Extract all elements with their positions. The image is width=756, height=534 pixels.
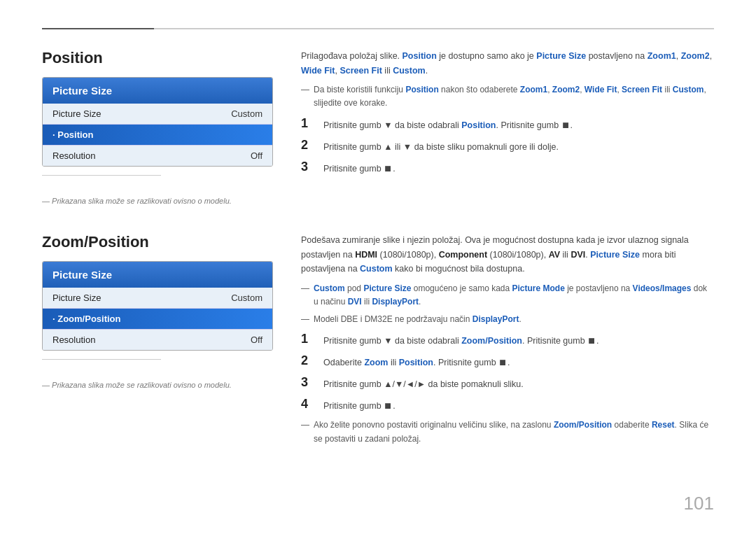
zoom-picture-size-label: Picture Size <box>52 293 101 303</box>
step1-item: 1 Pritisnite gumb ▼ da biste odabrali Po… <box>301 116 714 132</box>
zoom-position-left-panel: Zoom/Position Picture Size Picture Size … <box>42 233 273 450</box>
section1-footnote: ― Prikazana slika može se razlikovati ov… <box>42 197 273 205</box>
section2-note1: ― Custom pod Picture Size omogućeno je s… <box>301 282 714 309</box>
zoom-position-label: · Zoom/Position <box>52 314 121 324</box>
zoom-position-right-panel: Podešava zumiranje slike i njezin položa… <box>301 233 714 450</box>
divider2 <box>42 359 161 360</box>
section2-intro: Podešava zumiranje slike i njezin položa… <box>301 233 714 276</box>
section1-title: Position <box>42 49 273 67</box>
zoom-step1-item: 1 Pritisnite gumb ▼ da biste odabrali Zo… <box>301 332 714 348</box>
position-right-panel: Prilagođava položaj slike. Position je d… <box>301 49 714 205</box>
picture-size-label: Picture Size <box>52 108 101 119</box>
menu-row-picture-size[interactable]: Picture Size Custom <box>43 104 272 125</box>
step2-item: 2 Pritisnite gumb ▲ ili ▼ da biste sliku… <box>301 138 714 154</box>
section2-title: Zoom/Position <box>42 233 273 251</box>
divider1 <box>42 175 161 176</box>
zoom-resolution-label: Resolution <box>52 335 95 345</box>
zoom-step2-item: 2 Odaberite Zoom ili Position. Pritisnit… <box>301 353 714 370</box>
section2-note2: ― Modeli DBE i DM32E ne podržavaju način… <box>301 313 714 326</box>
position-label: · Position <box>52 129 94 140</box>
section1-note: ― Da biste koristili funkciju Position n… <box>301 83 714 110</box>
position-left-panel: Position Picture Size Picture Size Custo… <box>42 49 273 205</box>
zoom-position-menu-header: Picture Size <box>43 262 272 288</box>
zoom-menu-row-picture-size[interactable]: Picture Size Custom <box>43 288 272 309</box>
top-divider <box>42 28 714 29</box>
picture-size-value: Custom <box>231 108 262 119</box>
menu-row-position-active[interactable]: · Position <box>43 125 272 146</box>
zoom-resolution-value: Off <box>251 335 262 345</box>
zoom-position-menu-box: Picture Size Picture Size Custom · Zoom/… <box>42 261 273 351</box>
position-menu-header: Picture Size <box>43 78 272 104</box>
page-number: 101 <box>684 493 714 514</box>
resolution-label: Resolution <box>52 150 95 161</box>
step3-item: 3 Pritisnite gumb ⏹. <box>301 160 714 176</box>
section-zoom-position: Zoom/Position Picture Size Picture Size … <box>42 233 714 450</box>
section1-intro: Prilagođava položaj slike. Position je d… <box>301 49 714 78</box>
section2-final-note: ― Ako želite ponovno postaviti originaln… <box>301 419 714 445</box>
zoom-picture-size-value: Custom <box>231 293 262 303</box>
zoom-menu-row-active[interactable]: · Zoom/Position <box>43 309 272 330</box>
zoom-step3-item: 3 Pritisnite gumb ▲/▼/◄/► da biste pomak… <box>301 375 714 391</box>
zoom-menu-row-resolution[interactable]: Resolution Off <box>43 330 272 350</box>
section-position: Position Picture Size Picture Size Custo… <box>42 49 714 205</box>
section2-footnote: ― Prikazana slika može se razlikovati ov… <box>42 381 273 389</box>
resolution-value: Off <box>251 150 262 161</box>
section1-steps: 1 Pritisnite gumb ▼ da biste odabrali Po… <box>301 116 714 176</box>
menu-row-resolution[interactable]: Resolution Off <box>43 146 272 166</box>
zoom-step4-item: 4 Pritisnite gumb ⏹. <box>301 397 714 413</box>
position-menu-box: Picture Size Picture Size Custom · Posit… <box>42 77 273 167</box>
section2-steps: 1 Pritisnite gumb ▼ da biste odabrali Zo… <box>301 332 714 413</box>
